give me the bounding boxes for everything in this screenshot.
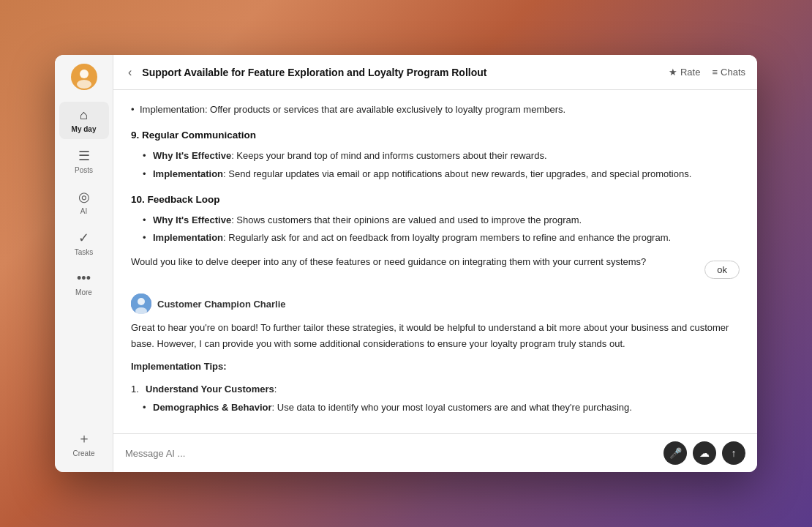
- app-logo: [71, 64, 97, 90]
- closing-question: Would you like to delve deeper into any …: [131, 255, 740, 270]
- app-window: ⌂ My day ☰ Posts ◎ AI ✓ Tasks ••• More ＋…: [55, 55, 757, 472]
- sidebar-item-ai[interactable]: ◎ AI: [59, 183, 109, 221]
- mic-button[interactable]: 🎤: [663, 441, 687, 465]
- send-button[interactable]: ↑: [722, 441, 745, 465]
- mic-icon: 🎤: [669, 447, 682, 459]
- agent-intro: Great to hear you're on board! To furthe…: [131, 320, 740, 351]
- rate-button[interactable]: ★ Rate: [669, 67, 700, 78]
- input-area: 🎤 ☁ ↑: [113, 433, 757, 472]
- impl-tip-1: 1. Understand Your Customers:: [131, 381, 740, 397]
- home-icon: ⌂: [80, 108, 88, 123]
- header-actions: ★ Rate ≡ Chats: [669, 67, 745, 78]
- closing-block: ok Would you like to delve deeper into a…: [131, 255, 740, 279]
- svg-point-1: [80, 70, 89, 78]
- impl-tip-1-bullet: Demographics & Behavior: Use data to ide…: [143, 400, 740, 416]
- agent-name: Customer Champion Charlie: [157, 299, 286, 310]
- agent-header: Customer Champion Charlie: [131, 294, 740, 314]
- cloud-button[interactable]: ☁: [693, 441, 716, 465]
- input-actions: 🎤 ☁ ↑: [663, 441, 745, 465]
- chats-menu-icon: ≡: [712, 67, 718, 78]
- ai-response-block: Implementation: Offer products or servic…: [131, 102, 740, 279]
- ai-icon: ◎: [78, 189, 90, 205]
- svg-point-2: [77, 80, 91, 89]
- ok-button[interactable]: ok: [704, 261, 740, 279]
- header: ‹ Support Available for Feature Explorat…: [113, 55, 757, 90]
- svg-point-4: [138, 298, 145, 305]
- cloud-icon: ☁: [699, 447, 710, 459]
- section-9-bullet-1: Why It's Effective: Keeps your brand top…: [143, 149, 740, 164]
- more-icon: •••: [77, 271, 91, 286]
- agent-content: Great to hear you're on board! To furthe…: [131, 320, 740, 416]
- posts-icon: ☰: [78, 148, 90, 164]
- section-10-header: 10. Feedback Loop: [131, 192, 740, 208]
- create-icon: ＋: [78, 430, 91, 447]
- sidebar-item-create[interactable]: ＋ Create: [59, 424, 109, 463]
- main-panel: ‹ Support Available for Feature Explorat…: [113, 55, 757, 472]
- chat-area[interactable]: Implementation: Offer products or servic…: [113, 90, 757, 433]
- sidebar: ⌂ My day ☰ Posts ◎ AI ✓ Tasks ••• More ＋…: [55, 55, 113, 472]
- section-10-bullet-2: Implementation: Regularly ask for and ac…: [143, 231, 740, 246]
- chats-button[interactable]: ≡ Chats: [712, 67, 745, 78]
- section-9-bullet-2: Implementation: Send regular updates via…: [143, 167, 740, 182]
- section-9-header: 9. Regular Communication: [131, 127, 740, 143]
- message-input[interactable]: [125, 448, 656, 459]
- page-title: Support Available for Feature Exploratio…: [142, 67, 661, 78]
- sidebar-item-more[interactable]: ••• More: [59, 265, 109, 302]
- agent-message: Customer Champion Charlie Great to hear …: [131, 294, 740, 416]
- section-10-bullet-1: Why It's Effective: Shows customers that…: [143, 213, 740, 228]
- send-icon: ↑: [732, 447, 737, 459]
- back-button[interactable]: ‹: [125, 63, 135, 82]
- sidebar-item-tasks[interactable]: ✓ Tasks: [59, 224, 109, 262]
- star-icon: ★: [669, 67, 677, 78]
- impl-tips-header: Implementation Tips:: [131, 359, 740, 374]
- top-bullet: Implementation: Offer products or servic…: [131, 102, 740, 117]
- avatar: [131, 294, 151, 314]
- tasks-icon: ✓: [78, 230, 89, 246]
- sidebar-item-posts[interactable]: ☰ Posts: [59, 142, 109, 180]
- sidebar-item-my-day[interactable]: ⌂ My day: [59, 102, 109, 139]
